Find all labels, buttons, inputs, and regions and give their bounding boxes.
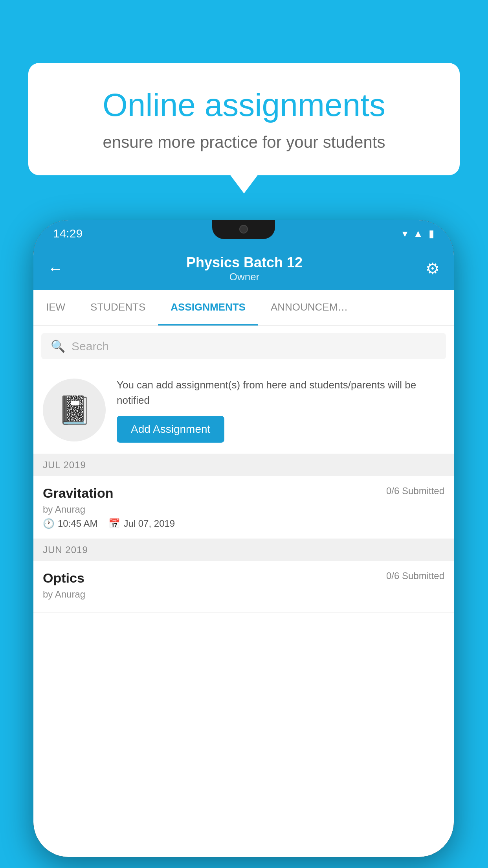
notebook-icon: 📓 xyxy=(57,394,92,426)
status-time: 14:29 xyxy=(53,227,83,240)
add-assignment-button[interactable]: Add Assignment xyxy=(117,416,224,443)
assignment-by-optics: by Anurag xyxy=(43,589,444,600)
speech-bubble: Online assignments ensure more practice … xyxy=(28,63,460,175)
phone-content: 🔍 Search 📓 You can add assignment(s) fro… xyxy=(33,326,454,857)
tab-assignments[interactable]: ASSIGNMENTS xyxy=(158,290,258,326)
assignment-submitted-optics: 0/6 Submitted xyxy=(386,570,444,581)
batch-subtitle: Owner xyxy=(63,271,426,283)
speech-bubble-container: Online assignments ensure more practice … xyxy=(28,63,460,175)
assignment-meta-gravitation: 🕐 10:45 AM 📅 Jul 07, 2019 xyxy=(43,518,444,529)
settings-icon[interactable]: ⚙ xyxy=(426,259,440,278)
speech-bubble-title: Online assignments xyxy=(60,86,428,123)
back-button[interactable]: ← xyxy=(48,260,63,278)
phone-screen: 14:29 ▾ ▲ ▮ ← Physics Batch 12 Owner ⚙ I… xyxy=(33,220,454,857)
tabs-container: IEW STUDENTS ASSIGNMENTS ANNOUNCEM… xyxy=(33,290,454,326)
search-bar[interactable]: 🔍 Search xyxy=(41,333,446,359)
status-icons: ▾ ▲ ▮ xyxy=(402,228,434,240)
header-title-area: Physics Batch 12 Owner xyxy=(63,254,426,283)
speech-bubble-subtitle: ensure more practice for your students xyxy=(60,133,428,152)
month-divider-jun: JUN 2019 xyxy=(33,539,454,561)
assignment-item-gravitation[interactable]: Gravitation 0/6 Submitted by Anurag 🕐 10… xyxy=(33,476,454,539)
wifi-icon: ▾ xyxy=(402,228,407,240)
clock-icon: 🕐 xyxy=(43,518,55,529)
calendar-icon: 📅 xyxy=(108,518,120,529)
signal-icon: ▲ xyxy=(413,228,423,240)
tab-overview[interactable]: IEW xyxy=(33,290,78,326)
search-icon: 🔍 xyxy=(51,339,65,353)
battery-icon: ▮ xyxy=(429,228,434,240)
promo-text-area: You can add assignment(s) from here and … xyxy=(117,377,444,443)
assignment-item-optics[interactable]: Optics 0/6 Submitted by Anurag xyxy=(33,561,454,613)
assignment-date: 📅 Jul 07, 2019 xyxy=(108,518,175,529)
assignment-by-gravitation: by Anurag xyxy=(43,504,444,515)
assignment-submitted-gravitation: 0/6 Submitted xyxy=(386,485,444,497)
assignment-name-optics: Optics xyxy=(43,570,84,586)
app-header: ← Physics Batch 12 Owner ⚙ xyxy=(33,247,454,290)
tab-students[interactable]: STUDENTS xyxy=(78,290,158,326)
search-placeholder: Search xyxy=(72,340,109,353)
assignment-time-value: 10:45 AM xyxy=(58,518,97,529)
front-camera xyxy=(239,225,248,234)
assignment-name-gravitation: Gravitation xyxy=(43,485,113,501)
assignment-row-top: Gravitation 0/6 Submitted xyxy=(43,485,444,501)
month-divider-jul: JUL 2019 xyxy=(33,454,454,476)
assignment-date-value: Jul 07, 2019 xyxy=(123,518,175,529)
promo-icon-circle: 📓 xyxy=(43,379,106,441)
phone-frame: 14:29 ▾ ▲ ▮ ← Physics Batch 12 Owner ⚙ I… xyxy=(33,220,454,857)
assignment-promo: 📓 You can add assignment(s) from here an… xyxy=(33,366,454,454)
screen-inner: 14:29 ▾ ▲ ▮ ← Physics Batch 12 Owner ⚙ I… xyxy=(33,220,454,857)
phone-notch xyxy=(212,220,275,239)
batch-title: Physics Batch 12 xyxy=(63,254,426,271)
tab-announcements[interactable]: ANNOUNCEM… xyxy=(258,290,360,326)
assignment-row-top-optics: Optics 0/6 Submitted xyxy=(43,570,444,586)
search-container: 🔍 Search xyxy=(33,326,454,366)
assignment-time: 🕐 10:45 AM xyxy=(43,518,97,529)
promo-description: You can add assignment(s) from here and … xyxy=(117,377,444,408)
